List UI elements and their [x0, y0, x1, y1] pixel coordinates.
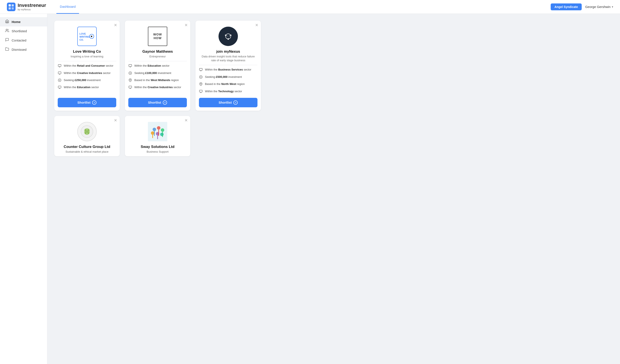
user-menu[interactable]: George Gershwin ▾	[585, 5, 613, 9]
card-attr-text-1-2: Within the Creative Industries sector	[64, 71, 110, 75]
logo-text: Investreneur by myNexus	[18, 3, 46, 11]
money-icon-3	[199, 75, 203, 80]
card-attr-2-2: Seeking £100,000 investment	[128, 71, 187, 76]
plus-circle-icon-2: +	[163, 101, 167, 105]
svg-rect-1	[9, 4, 11, 6]
card-logo-area-4	[54, 116, 120, 145]
svg-rect-47	[199, 90, 202, 92]
svg-point-5	[6, 29, 7, 30]
card-attr-3-1: Within the Business Services sector	[199, 68, 257, 73]
card-attr-1-4: Within the Education sector	[58, 85, 116, 90]
card-name-2: Gaynor Matthews	[128, 49, 187, 54]
sidebar-item-dismissed[interactable]: Dismissed	[0, 45, 47, 54]
shortlist-button-2[interactable]: Shortlist +	[128, 98, 187, 107]
app-name: Investreneur	[18, 3, 46, 8]
close-button-love-writing-co[interactable]: ✕	[114, 23, 117, 27]
layout: Home Shortlisted Contacted	[0, 14, 620, 364]
svg-point-29	[130, 80, 131, 80]
card-title-area-1: Love Writing Co Inspiring a love of lear…	[54, 49, 120, 61]
svg-rect-0	[7, 2, 16, 11]
header: Investreneur by myNexus Dashboard Angel …	[0, 0, 620, 14]
svg-point-53	[157, 126, 160, 130]
card-attr-text-2-1: Within the Education sector	[134, 64, 170, 68]
svg-rect-23	[129, 64, 132, 66]
card-attr-1-3: Seeking £250,000 investment	[58, 78, 116, 83]
users-icon	[5, 29, 9, 33]
sidebar-item-home-label: Home	[12, 20, 21, 24]
close-button-sway-solutions[interactable]: ✕	[185, 118, 188, 122]
svg-rect-4	[12, 7, 14, 9]
sector-icon-5	[128, 86, 132, 90]
sidebar-item-shortlisted[interactable]: Shortlisted	[0, 27, 47, 36]
chevron-down-icon: ▾	[612, 5, 613, 8]
card-love-writing-co: ✕ LOVE WRITING CO. ♥ Love Writing Co	[54, 21, 120, 111]
card-footer-1: Shortlist +	[54, 98, 120, 111]
sector-icon-4	[128, 64, 132, 69]
main-content: ✕ LOVE WRITING CO. ♥ Love Writing Co	[47, 14, 620, 364]
angel-syndicate-button[interactable]: Angel Syndicate	[551, 3, 582, 10]
card-attr-3-3: Based in the North West region	[199, 82, 257, 87]
card-attr-text-2-4: Within the Creative Industries sector	[134, 85, 181, 89]
logo-area: Investreneur by myNexus	[7, 2, 46, 11]
card-attr-text-1-3: Seeking £250,000 investment	[64, 78, 101, 82]
location-icon	[128, 78, 132, 83]
card-attr-2-3: Based in the West Midlands region	[128, 78, 187, 83]
svg-text:LOVE: LOVE	[79, 32, 86, 35]
card-attr-2-4: Within the Creative Industries sector	[128, 85, 187, 90]
card-attrs-1: Within the Retail and Consumer sector Wi…	[54, 64, 120, 98]
shortlist-label-2: Shortlist	[148, 101, 161, 104]
card-attr-text-2-2: Seeking £100,000 investment	[134, 71, 171, 75]
app-sub: by myNexus	[18, 8, 46, 11]
card-subtitle-5: Business Support	[128, 150, 187, 154]
svg-rect-11	[58, 64, 61, 66]
svg-point-55	[151, 131, 154, 135]
card-attr-1-2: Within the Creative Industries sector	[58, 71, 116, 76]
sector-icon-7	[199, 90, 203, 94]
svg-rect-2	[12, 4, 14, 6]
svg-line-38	[229, 35, 230, 36]
plus-circle-icon-3: +	[233, 101, 238, 105]
close-button-join-mynexus[interactable]: ✕	[255, 23, 258, 27]
plus-circle-icon-1: +	[92, 101, 96, 105]
card-attrs-3: Within the Business Services sector Seek…	[195, 68, 261, 98]
sidebar-item-dismissed-label: Dismissed	[12, 48, 27, 51]
user-name: George Gershwin	[585, 5, 611, 9]
card-divider-1	[58, 61, 116, 61]
sidebar-item-contacted[interactable]: Contacted	[0, 36, 47, 45]
close-button-gaynor-matthews[interactable]: ✕	[185, 23, 188, 27]
home-icon	[5, 19, 9, 24]
sidebar-item-home[interactable]: Home	[0, 17, 47, 27]
close-button-counter-culture[interactable]: ✕	[114, 118, 117, 122]
svg-point-35	[230, 35, 232, 36]
card-title-area-5: Sway Solutions Ltd Business Support	[125, 145, 190, 156]
card-sway-solutions: ✕	[125, 116, 190, 156]
card-name-4: Counter Culture Group Ltd	[58, 145, 116, 149]
money-icon	[58, 78, 62, 83]
card-logo-area-2: WOW HOW	[125, 21, 190, 49]
shortlist-label-1: Shortlist	[78, 101, 91, 104]
card-attr-text-3-4: Within the Technology sector	[205, 89, 242, 93]
main-nav: Dashboard	[56, 0, 79, 14]
shortlist-button-1[interactable]: Shortlist +	[58, 98, 116, 107]
sway-solutions-logo	[148, 122, 167, 141]
nav-tab-dashboard[interactable]: Dashboard	[56, 0, 79, 14]
love-writing-co-logo: LOVE WRITING CO. ♥	[77, 27, 97, 46]
card-attr-text-1-4: Within the Education sector	[64, 85, 99, 89]
card-counter-culture: ✕ Counter Culture Group Ltd Sustainable …	[54, 116, 120, 156]
chat-icon	[5, 38, 9, 43]
card-attr-2-1: Within the Education sector	[128, 64, 187, 69]
shortlist-label-3: Shortlist	[219, 101, 232, 104]
card-divider-2	[128, 61, 187, 61]
card-attr-text-3-3: Based in the North West region	[205, 82, 245, 86]
sector-icon-2	[58, 71, 62, 76]
card-logo-area-3	[195, 21, 261, 49]
card-subtitle-4: Sustainable & ethical market place	[58, 150, 116, 154]
sector-icon	[58, 64, 62, 69]
svg-point-46	[201, 83, 201, 84]
sector-icon-3	[58, 86, 62, 90]
money-icon-2	[128, 71, 132, 76]
card-name-5: Sway Solutions Ltd	[128, 145, 187, 149]
svg-rect-14	[58, 72, 61, 74]
shortlist-button-3[interactable]: Shortlist +	[199, 98, 257, 107]
card-attr-3-4: Within the Technology sector	[199, 89, 257, 94]
